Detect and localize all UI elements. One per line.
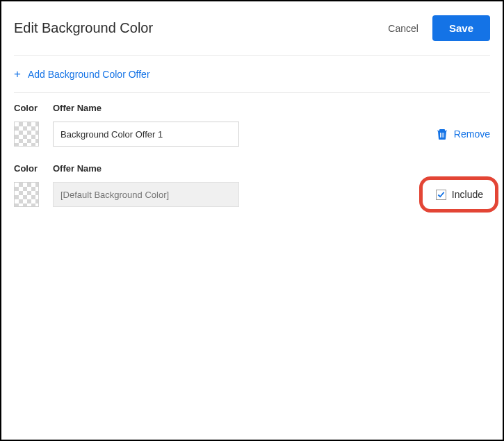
page-title: Edit Background Color [14,20,153,36]
add-offer-button[interactable]: + Add Background Color Offer [14,56,490,93]
svg-rect-2 [444,133,444,138]
checkmark-icon [437,191,445,199]
svg-rect-1 [441,133,442,138]
plus-icon: + [14,68,21,80]
trash-icon [437,128,447,140]
column-header-name: Offer Name [53,163,490,174]
include-checkbox-group[interactable]: Include [429,185,490,204]
include-checkbox[interactable] [436,190,446,200]
offer-row: Remove [14,120,490,153]
remove-button[interactable]: Remove [437,128,490,140]
add-offer-label: Add Background Color Offer [28,69,150,80]
column-header-name: Offer Name [53,103,490,113]
color-swatch[interactable] [14,122,39,147]
remove-label: Remove [454,128,490,140]
svg-rect-0 [440,133,441,138]
save-button[interactable]: Save [432,15,490,41]
default-offer-name-input [53,182,239,207]
include-label: Include [452,189,483,200]
column-header-color: Color [14,103,39,113]
offer-name-input[interactable] [53,122,239,147]
column-header-color: Color [14,163,39,174]
color-swatch[interactable] [14,182,39,207]
cancel-button[interactable]: Cancel [388,23,418,34]
default-offer-row: Include [14,181,490,214]
